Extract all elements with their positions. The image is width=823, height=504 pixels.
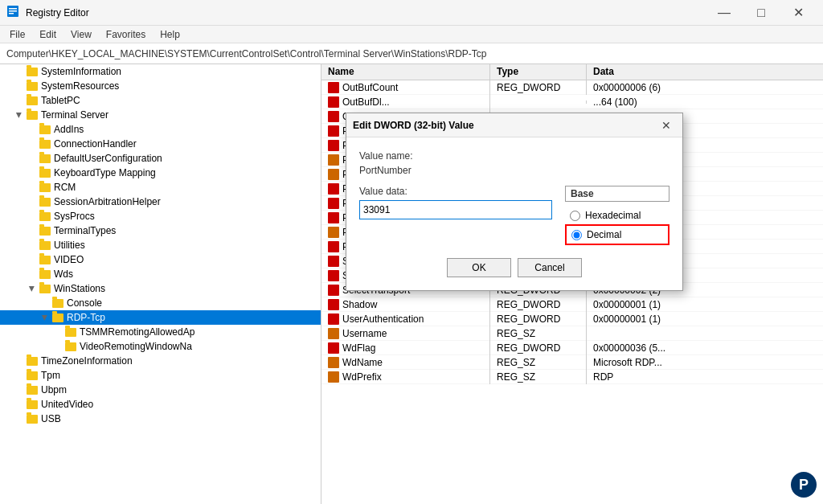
menu-file[interactable]: File [3, 27, 31, 42]
tree-item-TabletPC[interactable]: TabletPC [0, 93, 321, 108]
tree-item-SystemInformation[interactable]: SystemInformation [0, 64, 321, 79]
tree-item-label: SessionArbitrationHelper [54, 196, 161, 207]
maximize-button[interactable]: □ [743, 0, 780, 26]
tree-arrow [26, 210, 39, 223]
tree-arrow: ▶ [13, 109, 26, 121]
minimize-button[interactable]: — [706, 0, 743, 26]
reg-type-icon [328, 212, 339, 223]
hexadecimal-option[interactable]: Hexadecimal [565, 207, 669, 224]
tree-item-SystemResources[interactable]: SystemResources [0, 79, 321, 93]
menu-bar: File Edit View Favorites Help [0, 26, 823, 43]
close-button[interactable]: ✕ [780, 0, 817, 26]
tree-item-label: Tpm [41, 370, 60, 381]
reg-type-icon [328, 169, 339, 180]
app-icon [6, 5, 19, 20]
folder-icon [26, 65, 39, 78]
folder-icon [26, 383, 39, 396]
tree-item-TerminalTypes[interactable]: TerminalTypes [0, 223, 321, 238]
tree-item-Console[interactable]: Console [0, 296, 321, 310]
tree-item-label: TSMMRemotingAllowedAp [80, 326, 194, 338]
folder-icon [39, 152, 51, 165]
tree-item-label: Terminal Server [41, 109, 109, 121]
tree-item-RDP-Tcp[interactable]: ▶ RDP-Tcp [0, 310, 321, 325]
tree-item-label: VideoRemotingWindowNa [80, 341, 192, 352]
tree-item-label: VIDEO [54, 254, 84, 265]
row-name: WdName [342, 357, 383, 368]
row-type-cell: REG_DWORD [490, 312, 587, 326]
menu-edit[interactable]: Edit [33, 27, 63, 42]
folder-icon [26, 412, 39, 425]
dec-label: Decimal [587, 229, 621, 240]
table-row[interactable]: OutBufDl... ...64 (100) [321, 95, 823, 109]
edit-dword-dialog: Edit DWORD (32-bit) Value ✕ Value name: … [346, 113, 683, 291]
table-row[interactable]: WdFlag REG_DWORD 0x00000036 (5... [321, 341, 823, 355]
tree-arrow [13, 94, 26, 107]
folder-icon [39, 210, 51, 223]
tree-item-TimeZoneInformation[interactable]: TimeZoneInformation [0, 354, 321, 368]
dialog-title-bar: Edit DWORD (32-bit) Value ✕ [346, 113, 682, 137]
dec-radio[interactable] [571, 230, 582, 240]
tree-item-label: SystemInformation [41, 66, 121, 77]
decimal-option[interactable]: Decimal [565, 224, 669, 245]
folder-icon [39, 137, 51, 150]
hex-label: Hexadecimal [585, 210, 641, 221]
reg-type-icon [328, 154, 339, 166]
dialog-close-button[interactable]: ✕ [657, 116, 676, 135]
menu-help[interactable]: Help [154, 27, 186, 42]
folder-icon [26, 369, 39, 382]
table-row[interactable]: WdPrefix REG_SZ RDP [321, 370, 823, 384]
tree-item-RCM[interactable]: RCM [0, 180, 321, 195]
row-data-cell: 0x00000036 (5... [587, 341, 823, 355]
tree-item-VideoRemotingWindowNa[interactable]: VideoRemotingWindowNa [0, 339, 321, 354]
reg-type-icon [328, 270, 339, 281]
row-data-cell: ...64 (100) [587, 95, 823, 109]
tree-arrow [26, 195, 39, 208]
table-row[interactable]: Shadow REG_DWORD 0x00000001 (1) [321, 297, 823, 312]
menu-favorites[interactable]: Favorites [100, 27, 152, 42]
tree-item-WinStations[interactable]: ▶ WinStations [0, 281, 321, 296]
menu-view[interactable]: View [64, 27, 98, 42]
row-name: WdFlag [342, 342, 375, 354]
reg-type-icon [328, 299, 339, 310]
ok-button[interactable]: OK [447, 258, 511, 277]
tree-item-SysProcs[interactable]: SysProcs [0, 209, 321, 223]
tree-item-AddIns[interactable]: AddIns [0, 122, 321, 137]
tree-item-KeyboardTypeMapping[interactable]: KeyboardType Mapping [0, 166, 321, 180]
value-data-input[interactable] [359, 200, 552, 219]
tree-item-label: DefaultUserConfiguration [54, 153, 162, 164]
tree-item-label: ConnectionHandler [54, 138, 137, 150]
reg-type-icon [328, 125, 339, 137]
table-row[interactable]: OutBufCount REG_DWORD 0x00000006 (6) [321, 80, 823, 95]
reg-type-icon [328, 357, 339, 368]
tree-item-TSMMRemotingAllowedAp[interactable]: TSMMRemotingAllowedAp [0, 325, 321, 339]
row-type-cell: REG_DWORD [490, 297, 587, 312]
tree-item-Wds[interactable]: Wds [0, 267, 321, 281]
folder-icon [51, 311, 64, 324]
tree-item-Utilities[interactable]: Utilities [0, 238, 321, 252]
address-bar: Computer\HKEY_LOCAL_MACHINE\SYSTEM\Curre… [0, 43, 823, 64]
folder-icon [51, 297, 64, 309]
tree-item-USB[interactable]: USB [0, 412, 321, 426]
table-row[interactable]: UserAuthentication REG_DWORD 0x00000001 … [321, 312, 823, 326]
tree-arrow [39, 297, 51, 309]
tree-item-label: Wds [54, 268, 73, 280]
tree-arrow: ▶ [39, 311, 51, 324]
tree-item-Tpm[interactable]: Tpm [0, 368, 321, 383]
row-data-cell [587, 332, 823, 335]
hex-radio[interactable] [570, 211, 580, 221]
tree-item-label: Console [67, 297, 102, 309]
tree-item-VIDEO[interactable]: VIDEO [0, 252, 321, 267]
tree-arrow [26, 181, 39, 194]
tree-item-UnitedVideo[interactable]: UnitedVideo [0, 397, 321, 412]
table-row[interactable]: Username REG_SZ [321, 326, 823, 341]
folder-icon [26, 354, 39, 367]
tree-arrow [51, 340, 64, 353]
cancel-button[interactable]: Cancel [518, 258, 582, 277]
tree-item-TerminalServer[interactable]: ▶ Terminal Server [0, 108, 321, 122]
tree-item-label: TerminalTypes [54, 225, 116, 236]
tree-item-ConnectionHandler[interactable]: ConnectionHandler [0, 137, 321, 151]
table-row[interactable]: WdName REG_SZ Microsoft RDP... [321, 355, 823, 370]
tree-item-Ubpm[interactable]: Ubpm [0, 383, 321, 397]
tree-item-SessionArbitrationHelper[interactable]: SessionArbitrationHelper [0, 195, 321, 209]
tree-item-DefaultUserConfiguration[interactable]: DefaultUserConfiguration [0, 151, 321, 166]
